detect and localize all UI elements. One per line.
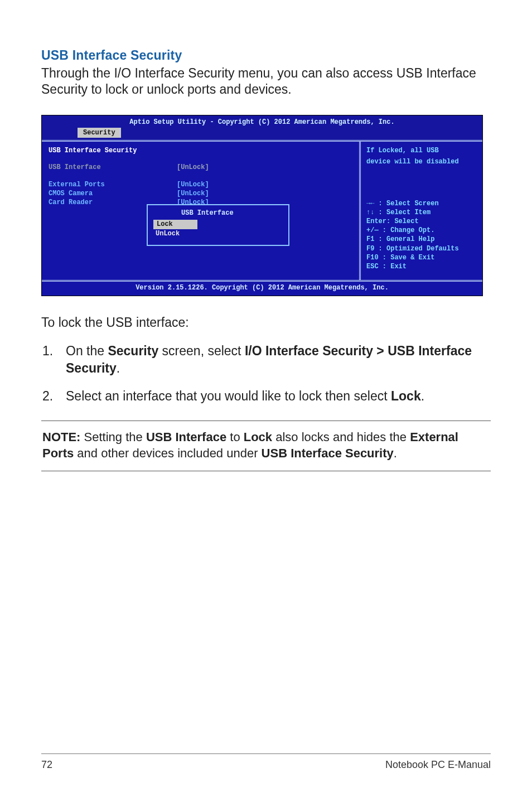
note-t4: and other devices included under <box>74 446 261 460</box>
page-footer: 72 Notebook PC E-Manual <box>0 759 532 771</box>
note-t5: . <box>394 446 397 460</box>
note-t1: Setting the <box>80 430 146 444</box>
hint-line-1: If Locked, all USB <box>366 146 477 155</box>
section-lead: Through the I/O Interface Security menu,… <box>41 65 491 98</box>
popup-option-unlock[interactable]: UnLock <box>153 230 182 238</box>
help-l4: +/— : Change Opt. <box>366 226 477 235</box>
bios-popup: USB Interface Lock UnLock <box>147 204 289 246</box>
popup-title: USB Interface <box>178 209 237 218</box>
help-l1: →← : Select Screen <box>366 199 477 208</box>
step-1-t2: screen, select <box>158 344 245 358</box>
panel-title: USB Interface Security <box>49 146 137 155</box>
bios-panel: Aptio Setup Utility - Copyright (C) 2012… <box>41 115 483 297</box>
note-box: NOTE: Setting the USB Interface to Lock … <box>41 421 491 471</box>
step-2: 2. Select an interface that you would li… <box>42 388 491 404</box>
row-cmos-camera-value: [UnLock] <box>177 189 209 198</box>
step-2-t2: . <box>421 389 424 403</box>
page-number: 72 <box>41 759 52 771</box>
help-l8: ESC : Exit <box>366 262 477 271</box>
bios-tab-bar: Security <box>42 128 482 140</box>
footer-rule <box>41 753 491 754</box>
step-1-t1: On the <box>66 344 108 358</box>
tab-security[interactable]: Security <box>78 128 121 138</box>
section-heading: USB Interface Security <box>41 48 491 63</box>
steps-list: 1. On the Security screen, select I/O In… <box>42 342 491 404</box>
row-external-ports-label[interactable]: External Ports <box>49 180 177 189</box>
help-l7: F10 : Save & Exit <box>366 253 477 262</box>
help-l6: F9 : Optimized Defaults <box>366 244 477 253</box>
bios-right-pane: If Locked, all USB device will be disabl… <box>361 142 482 280</box>
step-1-number: 1. <box>42 342 66 376</box>
help-l5: F1 : General Help <box>366 235 477 244</box>
bios-left-pane: USB Interface Security USB Interface [Un… <box>42 142 361 280</box>
step-1-b1: Security <box>108 344 158 358</box>
step-2-number: 2. <box>42 388 66 404</box>
book-title: Notebook PC E-Manual <box>385 759 491 771</box>
hint-line-2: device will be disabled <box>366 157 477 166</box>
bios-footer: Version 2.15.1226. Copyright (C) 2012 Am… <box>42 280 482 296</box>
row-external-ports-value: [UnLock] <box>177 180 209 189</box>
step-1: 1. On the Security screen, select I/O In… <box>42 342 491 376</box>
step-2-b1: Lock <box>391 389 421 403</box>
note-t2: to <box>226 430 244 444</box>
note-label: NOTE: <box>42 430 80 444</box>
note-t3: also locks and hides the <box>272 430 410 444</box>
note-b4: USB Interface Security <box>262 446 394 460</box>
row-usb-interface-label[interactable]: USB Interface <box>49 163 177 172</box>
bios-title-bar: Aptio Setup Utility - Copyright (C) 2012… <box>42 115 482 128</box>
note-b2: Lock <box>244 430 272 444</box>
row-usb-interface-value: [UnLock] <box>177 163 209 172</box>
help-l2: ↑↓ : Select Item <box>366 208 477 217</box>
popup-option-lock[interactable]: Lock <box>153 220 197 229</box>
help-block: →← : Select Screen ↑↓ : Select Item Ente… <box>366 199 477 272</box>
intro-line: To lock the USB interface: <box>41 315 491 330</box>
row-cmos-camera-label[interactable]: CMOS Camera <box>49 189 177 198</box>
step-2-t1: Select an interface that you would like … <box>66 389 391 403</box>
note-b1: USB Interface <box>146 430 226 444</box>
help-l3: Enter: Select <box>366 217 477 226</box>
step-1-t3: . <box>117 361 120 375</box>
